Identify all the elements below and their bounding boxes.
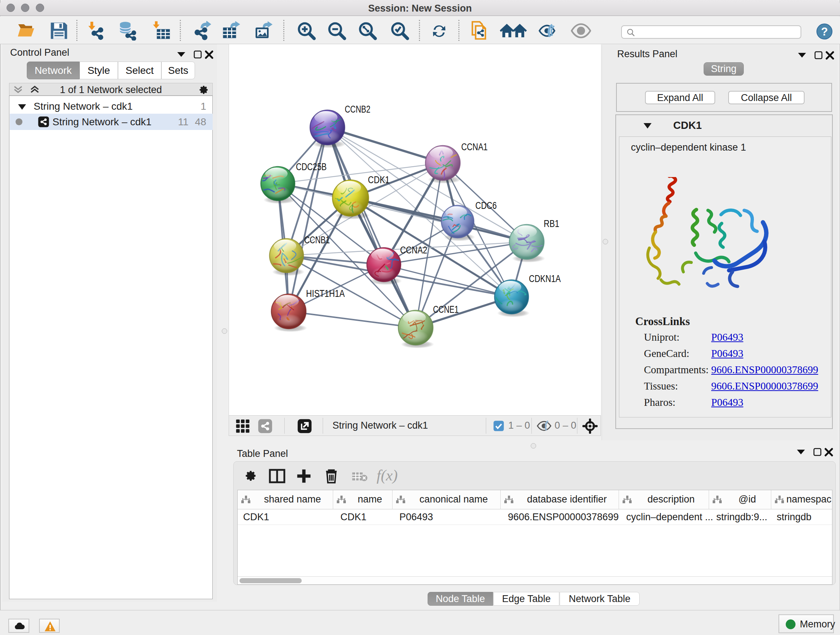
svg-text:CDKN1A: CDKN1A xyxy=(529,273,561,284)
svg-text:RB1: RB1 xyxy=(544,218,559,229)
svg-text:CCNA2: CCNA2 xyxy=(400,245,427,256)
svg-text:HIST1H1A: HIST1H1A xyxy=(306,288,345,299)
svg-text:CDK1: CDK1 xyxy=(368,174,390,185)
svg-text:CDC25B: CDC25B xyxy=(296,162,327,172)
svg-text:CCNB1: CCNB1 xyxy=(304,234,330,245)
svg-text:?: ? xyxy=(821,25,828,38)
svg-text:CCNB2: CCNB2 xyxy=(345,104,370,115)
svg-text:CCNA1: CCNA1 xyxy=(461,141,488,152)
svg-text:CCNE1: CCNE1 xyxy=(433,304,459,315)
svg-text:CDC6: CDC6 xyxy=(475,200,497,211)
